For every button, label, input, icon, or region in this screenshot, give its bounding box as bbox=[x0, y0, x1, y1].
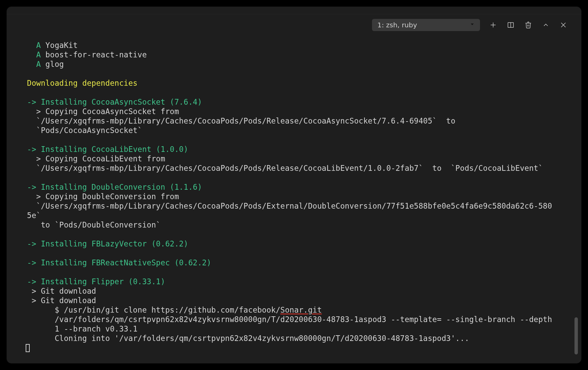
added-item: boost-for-react-native bbox=[46, 50, 147, 59]
output-line: > Copying CocoaAsyncSocket from bbox=[27, 107, 179, 116]
spellcheck-flagged: Sonar.git bbox=[280, 306, 322, 314]
install-arrow: -> bbox=[27, 183, 41, 191]
shell-selector-dropdown[interactable]: 1: zsh, ruby bbox=[372, 19, 480, 31]
output-line: `/Users/xgqfrms-mbp/Library/Caches/Cocoa… bbox=[27, 202, 552, 210]
added-item: YogaKit bbox=[46, 41, 78, 50]
chevron-down-icon bbox=[469, 21, 475, 29]
output-line: Cloning into '/var/folders/qm/csrtpvpn62… bbox=[27, 334, 469, 343]
output-line: to `Pods/DoubleConversion` bbox=[27, 220, 161, 229]
output-line: /var/folders/qm/csrtpvpn62x82v4zykvsrnw8… bbox=[27, 315, 552, 324]
output-line: > Copying CocoaLibEvent from bbox=[27, 154, 165, 163]
install-line: Installing FBReactNativeSpec (0.62.2) bbox=[41, 258, 211, 267]
output-line: > Git download bbox=[27, 287, 96, 295]
added-indicator: A bbox=[36, 60, 45, 69]
install-arrow: -> bbox=[27, 239, 41, 248]
terminal-window: 1: zsh, ruby A YogaKit A boost-for-react… bbox=[7, 7, 581, 363]
collapse-panel-button[interactable] bbox=[541, 21, 550, 29]
output-line: > Git download bbox=[27, 296, 96, 305]
output-line: > Copying DoubleConversion from bbox=[27, 192, 179, 201]
added-indicator: A bbox=[36, 50, 45, 59]
install-line: Installing DoubleConversion (1.1.6) bbox=[41, 183, 202, 191]
shell-selector-label: 1: zsh, ruby bbox=[377, 21, 417, 29]
terminal-toolbar: 1: zsh, ruby bbox=[7, 14, 581, 34]
install-arrow: -> bbox=[27, 277, 41, 286]
install-arrow: -> bbox=[27, 98, 41, 106]
install-arrow: -> bbox=[27, 258, 41, 267]
install-arrow: -> bbox=[27, 145, 41, 154]
output-line: $ /usr/bin/git clone https://github.com/… bbox=[27, 306, 280, 314]
install-line: Installing CocoaAsyncSocket (7.6.4) bbox=[41, 98, 202, 106]
terminal-scrollbar-thumb[interactable] bbox=[574, 317, 578, 354]
terminal-viewport[interactable]: A YogaKit A boost-for-react-native A glo… bbox=[7, 34, 581, 363]
section-header: Downloading dependencies bbox=[27, 79, 138, 87]
install-line: Installing Flipper (0.33.1) bbox=[41, 277, 165, 286]
window-titlebar bbox=[7, 7, 581, 14]
output-line: 5e` bbox=[27, 211, 41, 220]
close-panel-button[interactable] bbox=[559, 21, 568, 29]
output-line: `/Users/xgqfrms-mbp/Library/Caches/Cocoa… bbox=[27, 164, 543, 173]
terminal-output: A YogaKit A boost-for-react-native A glo… bbox=[7, 34, 581, 356]
terminal-cursor bbox=[26, 344, 30, 352]
trash-terminal-button[interactable] bbox=[524, 21, 533, 29]
install-line: Installing CocoaLibEvent (1.0.0) bbox=[41, 145, 188, 154]
output-line: `Pods/CocoaAsyncSocket` bbox=[27, 126, 142, 135]
install-line: Installing FBLazyVector (0.62.2) bbox=[41, 239, 188, 248]
split-terminal-button[interactable] bbox=[506, 21, 515, 29]
added-indicator: A bbox=[36, 41, 45, 50]
new-terminal-button[interactable] bbox=[489, 21, 498, 29]
output-line: 1 --branch v0.33.1 bbox=[27, 324, 138, 333]
added-item: glog bbox=[46, 60, 64, 69]
output-line: `/Users/xgqfrms-mbp/Library/Caches/Cocoa… bbox=[27, 116, 455, 125]
